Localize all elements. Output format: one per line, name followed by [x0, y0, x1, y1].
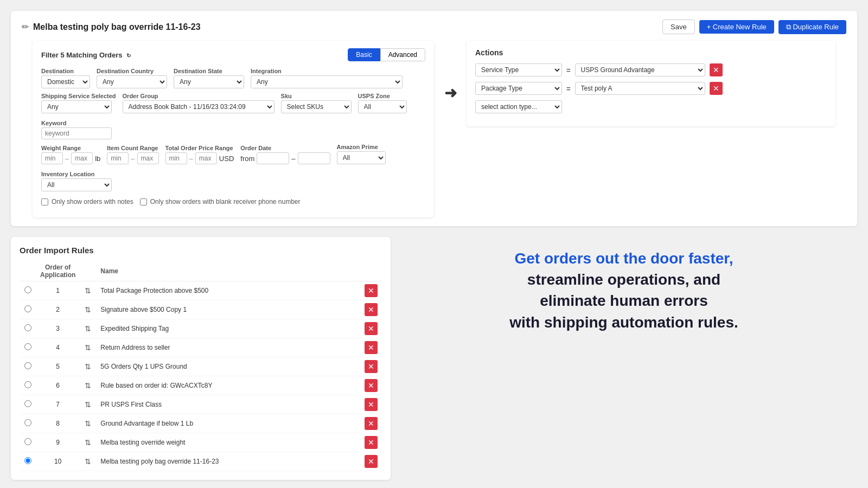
- integration-select[interactable]: Any: [251, 75, 403, 88]
- rule-radio-7[interactable]: [24, 400, 31, 407]
- action-type-select-1[interactable]: Service Type: [475, 63, 562, 76]
- delete-rule-10-button[interactable]: ✕: [365, 455, 378, 468]
- sort-handle-2[interactable]: ⇅: [80, 300, 96, 319]
- delete-rule-3-button[interactable]: ✕: [365, 322, 378, 335]
- sku-label: Sku: [281, 93, 352, 99]
- notes-label: Only show orders with notes: [52, 198, 133, 206]
- rule-radio-4[interactable]: [24, 343, 31, 350]
- notes-checkbox[interactable]: [41, 198, 48, 206]
- promo-line3: eliminate human errors: [540, 292, 708, 309]
- rule-name-5: 5G Orders Qty 1 UPS Ground: [96, 357, 360, 376]
- item-min-input[interactable]: [107, 152, 129, 164]
- table-row: 2⇅Signature above $500 Copy 1✕: [20, 300, 382, 319]
- sort-handle-5[interactable]: ⇅: [80, 357, 96, 376]
- sort-handle-9[interactable]: ⇅: [80, 433, 96, 452]
- amazon-prime-select[interactable]: All: [337, 151, 386, 164]
- sort-handle-8[interactable]: ⇅: [80, 414, 96, 433]
- rule-name-3: Expedited Shipping Tag: [96, 319, 360, 338]
- arrow-section: ➜: [434, 41, 467, 102]
- delete-rule-6-button[interactable]: ✕: [365, 379, 378, 392]
- order-group-select[interactable]: Address Book Batch - 11/16/23 03:24:09: [123, 100, 275, 113]
- price-range-input: – USD: [165, 152, 234, 164]
- remove-action-1-button[interactable]: ✕: [710, 63, 723, 76]
- rule-radio-8[interactable]: [24, 419, 31, 426]
- remove-action-2-button[interactable]: ✕: [710, 82, 723, 95]
- tab-basic[interactable]: Basic: [348, 48, 380, 61]
- delete-rule-5-button[interactable]: ✕: [365, 360, 378, 373]
- delete-rule-1-button[interactable]: ✕: [365, 284, 378, 297]
- action-value-select-1[interactable]: USPS Ground Advantage: [575, 63, 705, 76]
- rule-order-2: 2: [36, 300, 80, 319]
- destination-state-label: Destination State: [174, 68, 244, 74]
- rule-radio-1[interactable]: [24, 286, 31, 293]
- item-max-input[interactable]: [137, 152, 159, 164]
- keyword-input[interactable]: [41, 127, 112, 139]
- delete-rule-8-button[interactable]: ✕: [365, 417, 378, 430]
- sort-handle-7[interactable]: ⇅: [80, 395, 96, 414]
- rule-radio-2[interactable]: [24, 305, 31, 312]
- right-arrow-icon: ➜: [444, 84, 457, 102]
- rule-name-7: PR USPS First Class: [96, 395, 360, 414]
- rule-order-3: 3: [36, 319, 80, 338]
- rule-radio-6[interactable]: [24, 381, 31, 388]
- delete-rule-9-button[interactable]: ✕: [365, 436, 378, 449]
- order-date-to-input[interactable]: [298, 152, 330, 164]
- top-panel-header: ✏ Melba testing poly bag override 11-16-…: [22, 20, 846, 34]
- weight-unit: lb: [95, 155, 100, 163]
- create-new-rule-button[interactable]: + Create New Rule: [699, 20, 774, 34]
- delete-rule-2-button[interactable]: ✕: [365, 303, 378, 316]
- usps-zone-select[interactable]: All: [358, 100, 407, 113]
- delete-rule-4-button[interactable]: ✕: [365, 341, 378, 354]
- sort-handle-4[interactable]: ⇅: [80, 338, 96, 357]
- rule-radio-10[interactable]: [24, 457, 31, 464]
- action-value-select-2[interactable]: Test poly A: [575, 82, 705, 95]
- action-type-select-2[interactable]: Package Type: [475, 82, 562, 95]
- promo-line4: with shipping automation rules.: [509, 314, 738, 331]
- order-date-from-input[interactable]: [257, 152, 289, 164]
- weight-range-input: – lb: [41, 152, 100, 164]
- weight-min-input[interactable]: [41, 152, 63, 164]
- action-row-placeholder: select action type...: [475, 100, 827, 113]
- rule-name-1: Total Package Protection above $500: [96, 281, 360, 300]
- save-button[interactable]: Save: [662, 20, 695, 34]
- action-type-select-placeholder[interactable]: select action type...: [475, 100, 562, 113]
- rule-radio-3[interactable]: [24, 324, 31, 331]
- shipping-service-select[interactable]: Any: [41, 100, 112, 113]
- keyword-label: Keyword: [41, 120, 112, 126]
- top-panel: ✏ Melba testing poly bag override 11-16-…: [11, 11, 857, 226]
- tab-advanced[interactable]: Advanced: [380, 48, 425, 61]
- sort-handle-6[interactable]: ⇅: [80, 376, 96, 395]
- duplicate-rule-button[interactable]: ⧉ Duplicate Rule: [778, 20, 846, 34]
- weight-max-input[interactable]: [71, 152, 93, 164]
- filter-row-3: Weight Range – lb Item Count Range –: [41, 144, 425, 191]
- keyword-group: Keyword: [41, 120, 112, 139]
- destination-country-group: Destination Country Any: [97, 68, 167, 88]
- inventory-location-select[interactable]: All: [41, 178, 112, 191]
- rule-order-1: 1: [36, 281, 80, 300]
- edit-icon[interactable]: ✏: [22, 22, 29, 32]
- rule-name-6: Rule based on order id: GWcACXTc8Y: [96, 376, 360, 395]
- table-row: 8⇅Ground Advantage if below 1 Lb✕: [20, 414, 382, 433]
- price-min-input[interactable]: [165, 152, 187, 164]
- delete-rule-7-button[interactable]: ✕: [365, 398, 378, 411]
- sort-handle-10[interactable]: ⇅: [80, 452, 96, 471]
- destination-select[interactable]: Domestic: [41, 75, 90, 88]
- rule-radio-9[interactable]: [24, 438, 31, 445]
- destination-country-select[interactable]: Any: [97, 75, 167, 88]
- item-range-sep: –: [131, 155, 135, 163]
- col-radio-header: [20, 261, 36, 281]
- destination-state-select[interactable]: Any: [174, 75, 244, 88]
- rule-order-9: 9: [36, 433, 80, 452]
- table-row: 5⇅5G Orders Qty 1 UPS Ground✕: [20, 357, 382, 376]
- sku-select[interactable]: Select SKUs: [281, 100, 352, 113]
- rule-radio-5[interactable]: [24, 362, 31, 369]
- order-date-to: –: [291, 155, 295, 163]
- sort-handle-3[interactable]: ⇅: [80, 319, 96, 338]
- order-rules-table: Order of Application Name 1⇅Total Packag…: [20, 261, 382, 471]
- price-max-input[interactable]: [195, 152, 217, 164]
- blank-phone-checkbox[interactable]: [140, 198, 147, 206]
- usps-zone-label: USPS Zone: [358, 93, 407, 99]
- filter-row-1: Destination Domestic Destination Country…: [41, 68, 425, 88]
- inventory-location-group: Inventory Location All: [41, 171, 112, 191]
- sort-handle-1[interactable]: ⇅: [80, 281, 96, 300]
